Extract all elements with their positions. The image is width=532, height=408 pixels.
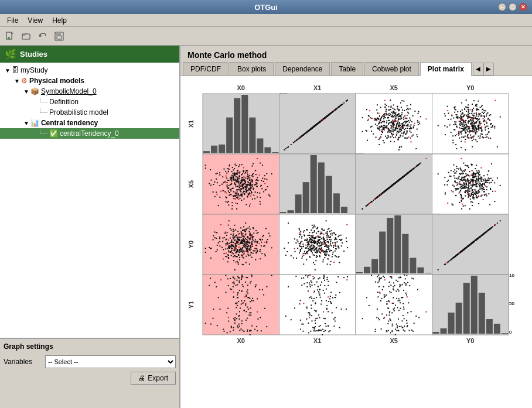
tree-item-probmodel[interactable]: └─ Probabilistic model [0, 107, 179, 118]
toolbar-save[interactable] [52, 29, 67, 44]
tabs-bar: PDF/CDF Box plots Dependence Table Cobwe… [180, 62, 532, 76]
toolbar-open[interactable] [19, 29, 34, 44]
menubar: File View Help [0, 14, 532, 27]
tab-nav-next[interactable]: ▶ [483, 63, 494, 76]
tab-pdfcdf[interactable]: PDF/CDF [183, 62, 229, 76]
tree-item-physmodels[interactable]: ▼ ⚙ Physical models [0, 76, 179, 86]
graph-settings: Graph settings Variables -- Select -- 🖨 … [0, 338, 179, 408]
plot-area [180, 76, 532, 408]
toolbar-undo[interactable] [35, 29, 50, 44]
export-row: 🖨 Export [4, 372, 176, 385]
toolbar [0, 27, 532, 46]
toolbar-new[interactable] [2, 29, 18, 44]
tab-cobweb[interactable]: Cobweb plot [364, 62, 419, 76]
svg-rect-7 [57, 36, 62, 39]
tree-label-symbolicmodel: SymbolicModel_0 [41, 87, 97, 95]
tab-nav-prev[interactable]: ◀ [473, 63, 483, 76]
tree-area: ▼ 🗄 myStudy ▼ ⚙ Physical models ▼ 📦 Symb… [0, 63, 179, 338]
tree-arrow-mystudy[interactable]: ▼ [5, 67, 11, 74]
left-panel: 🌿 Studies ▼ 🗄 myStudy ▼ ⚙ Physical model… [0, 46, 180, 408]
right-panel: Monte Carlo method PDF/CDF Box plots Dep… [180, 46, 532, 408]
variables-select[interactable]: -- Select -- [45, 355, 176, 368]
menu-file[interactable]: File [2, 15, 23, 26]
tree-header: 🌿 Studies [0, 46, 179, 63]
window-controls: – □ ✕ [498, 3, 527, 11]
main-layout: 🌿 Studies ▼ 🗄 myStudy ▼ ⚙ Physical model… [0, 46, 532, 408]
tree-item-mystudy[interactable]: ▼ 🗄 myStudy [0, 65, 179, 76]
tree-arrow-symbolicmodel[interactable]: ▼ [23, 88, 29, 95]
tree-label-definition: Definition [49, 98, 79, 106]
tree-item-centraltendency[interactable]: ▼ 📊 Central tendency [0, 118, 179, 128]
tree-label-mystudy: myStudy [21, 66, 48, 74]
tab-boxplots[interactable]: Box plots [230, 62, 274, 76]
tree-label-physmodels: Physical models [29, 77, 84, 85]
tree-arrow-centraltendency[interactable]: ▼ [23, 120, 29, 126]
tree-item-symbolicmodel[interactable]: ▼ 📦 SymbolicModel_0 [0, 86, 179, 97]
tree-arrow-physmodels[interactable]: ▼ [14, 78, 20, 84]
minimize-button[interactable]: – [498, 3, 506, 11]
export-icon: 🖨 [138, 374, 145, 382]
export-button[interactable]: 🖨 Export [131, 372, 176, 385]
export-label: Export [148, 374, 168, 382]
variables-row: Variables -- Select -- [4, 355, 176, 368]
menu-help[interactable]: Help [47, 15, 71, 26]
titlebar: OTGui – □ ✕ [0, 0, 532, 14]
panel-title: Monte Carlo method [180, 46, 532, 62]
tree-label-centraltendency: Central tendency [41, 119, 98, 127]
tree-label-centraltendency0: centralTendency_0 [60, 129, 119, 138]
tree-item-definition[interactable]: └─ Definition [0, 97, 179, 107]
tree-label-probmodel: Probabilistic model [49, 108, 108, 116]
tab-dependence[interactable]: Dependence [275, 62, 330, 76]
tree-header-label: Studies [20, 50, 47, 59]
variables-label: Variables [4, 358, 42, 366]
menu-view[interactable]: View [23, 15, 47, 26]
maximize-button[interactable]: □ [509, 3, 517, 11]
app-title: OTGui [254, 3, 278, 12]
tab-plotmatrix[interactable]: Plot matrix [420, 62, 472, 76]
plot-matrix-canvas [186, 82, 514, 351]
tab-table[interactable]: Table [331, 62, 363, 76]
graph-settings-title: Graph settings [4, 342, 176, 351]
close-button[interactable]: ✕ [519, 3, 527, 11]
tree-item-centraltendency0[interactable]: └─ ✅ centralTendency_0 [0, 128, 179, 139]
svg-rect-4 [22, 34, 30, 39]
svg-rect-6 [56, 32, 61, 35]
